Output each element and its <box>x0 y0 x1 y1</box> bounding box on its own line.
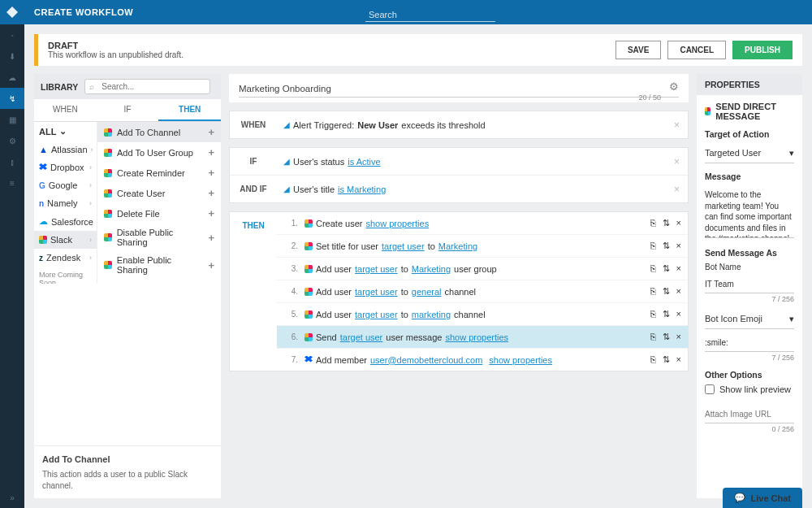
app-item-namely[interactable]: nNamely› <box>34 194 97 212</box>
tab-when[interactable]: WHEN <box>34 99 97 121</box>
app-logo[interactable] <box>0 0 24 24</box>
step-link[interactable]: target user <box>355 287 398 297</box>
gear-icon[interactable]: ⚙ <box>669 80 679 93</box>
chevron-right-icon: › <box>89 181 92 189</box>
remove-step-icon[interactable]: × <box>676 218 681 228</box>
app-item-atlassian[interactable]: ▲Atlassian› <box>34 141 97 158</box>
app-item-dropbox[interactable]: Dropbox› <box>34 158 97 176</box>
app-item-salesforce[interactable]: ☁Salesforce› <box>34 212 97 231</box>
nav-item-6[interactable]: ⚙ <box>0 130 24 151</box>
nav-item-8[interactable]: ≡ <box>0 172 24 193</box>
add-action-icon[interactable]: + <box>208 126 214 138</box>
link-preview-checkbox[interactable]: Show link preview <box>705 384 794 394</box>
reorder-step-icon[interactable]: ⇅ <box>663 218 670 228</box>
reorder-step-icon[interactable]: ⇅ <box>663 263 670 274</box>
save-button[interactable]: SAVE <box>615 41 662 59</box>
step-link[interactable]: target user <box>382 241 425 251</box>
workflow-step[interactable]: 3.Add user target user to Marketing user… <box>277 258 688 280</box>
reorder-step-icon[interactable]: ⇅ <box>663 241 670 251</box>
nav-item-workflows[interactable]: ↯ <box>0 88 24 109</box>
workflow-step[interactable]: 7.Add member user@demobettercloud.com sh… <box>277 349 688 371</box>
step-link[interactable]: target user <box>340 332 383 342</box>
app-filter-all[interactable]: ALL⌄ <box>34 122 97 141</box>
condition-link[interactable]: is Marketing <box>338 185 386 194</box>
step-link[interactable]: show properties <box>445 332 508 342</box>
remove-step-icon[interactable]: × <box>676 354 681 365</box>
step-link[interactable]: target user <box>355 310 398 319</box>
add-action-icon[interactable]: + <box>208 146 214 158</box>
workflow-step[interactable]: 2.Set title for user target user to Mark… <box>277 235 688 258</box>
nav-item-7[interactable]: ⫿ <box>0 151 24 172</box>
global-search-input[interactable] <box>365 8 495 22</box>
chevron-right-icon: › <box>89 199 92 207</box>
duplicate-step-icon[interactable]: ⎘ <box>650 263 656 274</box>
action-item[interactable]: Enable Public Sharing+ <box>97 251 221 279</box>
duplicate-step-icon[interactable]: ⎘ <box>650 286 656 297</box>
workflow-step-count: 20 / 50 <box>638 93 661 102</box>
publish-button[interactable]: PUBLISH <box>732 41 793 59</box>
message-textarea[interactable] <box>705 186 794 238</box>
action-item[interactable]: Create User+ <box>97 183 221 203</box>
remove-step-icon[interactable]: × <box>676 263 681 274</box>
nav-item-1[interactable]: ◦ <box>0 24 24 46</box>
reorder-step-icon[interactable]: ⇅ <box>663 354 670 365</box>
expand-rail-icon[interactable]: » <box>10 487 15 508</box>
nav-item-2[interactable]: ⬇ <box>0 46 24 67</box>
duplicate-step-icon[interactable]: ⎘ <box>650 241 656 251</box>
remove-condition-icon[interactable]: × <box>666 156 688 167</box>
workflow-step[interactable]: 5.Add user target user to marketing chan… <box>277 303 688 326</box>
step-link[interactable]: show properties <box>365 219 429 228</box>
slack-icon <box>104 261 112 269</box>
action-item[interactable]: Delete File+ <box>97 203 221 224</box>
action-item[interactable]: Disable Public Sharing+ <box>97 224 221 251</box>
cancel-button[interactable]: CANCEL <box>667 41 726 59</box>
step-link[interactable]: target user <box>355 264 398 274</box>
reorder-step-icon[interactable]: ⇅ <box>663 332 670 342</box>
action-item[interactable]: Add To Channel+ <box>97 122 221 142</box>
reorder-step-icon[interactable]: ⇅ <box>663 286 670 297</box>
action-item[interactable]: Add To User Group+ <box>97 142 221 163</box>
step-link[interactable]: show properties <box>489 355 552 365</box>
action-item[interactable]: Create Reminder+ <box>97 163 221 183</box>
add-action-icon[interactable]: + <box>208 187 214 199</box>
reorder-step-icon[interactable]: ⇅ <box>663 309 670 319</box>
add-action-icon[interactable]: + <box>208 207 214 219</box>
emoji-input[interactable] <box>705 334 794 352</box>
remove-step-icon[interactable]: × <box>676 309 681 319</box>
nav-item-3[interactable]: ☁ <box>0 67 24 88</box>
tab-then[interactable]: THEN <box>158 99 221 121</box>
library-search-input[interactable] <box>84 79 210 94</box>
nav-item-5[interactable]: ▦ <box>0 109 24 130</box>
step-link[interactable]: user@demobettercloud.com <box>370 355 482 365</box>
remove-step-icon[interactable]: × <box>676 286 681 297</box>
remove-step-icon[interactable]: × <box>676 241 681 251</box>
attach-image-input[interactable] <box>705 406 794 423</box>
remove-when-icon[interactable]: × <box>666 119 688 131</box>
bot-icon-emoji-select[interactable]: Bot Icon Emoji▾ <box>705 310 794 329</box>
duplicate-step-icon[interactable]: ⎘ <box>650 332 656 342</box>
step-link[interactable]: general <box>412 287 442 297</box>
add-action-icon[interactable]: + <box>208 232 214 244</box>
step-link[interactable]: Marketing <box>412 264 451 274</box>
app-item-google[interactable]: GGoogle› <box>34 176 97 194</box>
step-link[interactable]: Marketing <box>438 241 477 251</box>
workflow-step[interactable]: 4.Add user target user to general channe… <box>277 280 688 303</box>
tab-if[interactable]: IF <box>97 99 159 121</box>
remove-step-icon[interactable]: × <box>676 332 681 342</box>
duplicate-step-icon[interactable]: ⎘ <box>650 309 656 319</box>
duplicate-step-icon[interactable]: ⎘ <box>650 354 656 365</box>
remove-condition-icon[interactable]: × <box>666 184 688 195</box>
add-action-icon[interactable]: + <box>208 167 214 179</box>
step-link[interactable]: marketing <box>412 310 451 319</box>
condition-link[interactable]: is Active <box>348 157 380 167</box>
live-chat-button[interactable]: 💬Live Chat <box>723 488 802 508</box>
add-action-icon[interactable]: + <box>208 259 214 271</box>
workflow-step[interactable]: 6.Send target user user message show pro… <box>277 326 688 349</box>
workflow-name-input[interactable] <box>239 82 679 98</box>
target-select[interactable]: Targeted User▾ <box>705 144 794 163</box>
app-item-slack[interactable]: Slack› <box>34 231 97 249</box>
bot-name-input[interactable] <box>705 276 794 293</box>
workflow-step[interactable]: 1.Create user show properties⎘⇅× <box>277 212 688 235</box>
app-item-zendesk[interactable]: zZendesk› <box>34 249 97 267</box>
duplicate-step-icon[interactable]: ⎘ <box>650 218 656 228</box>
